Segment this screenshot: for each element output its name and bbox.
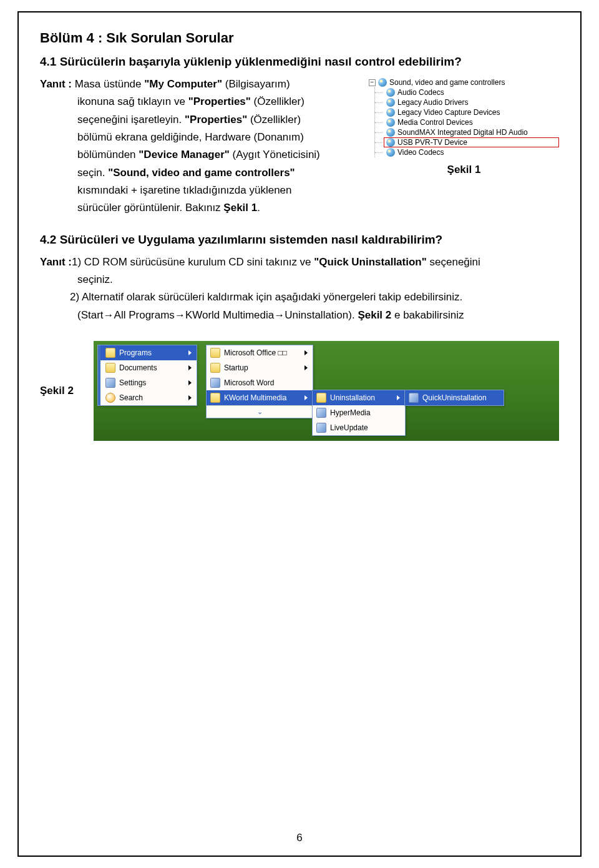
folder-icon	[210, 393, 220, 403]
page-number: 6	[19, 832, 580, 844]
text: Masa üstünde	[75, 78, 145, 90]
menu-item-kworld[interactable]: KWorld Multimedia	[207, 390, 313, 405]
device-icon	[386, 138, 395, 147]
chevron-down-icon: ⌄	[257, 408, 263, 416]
tree-item[interactable]: Media Control Devices	[384, 117, 559, 127]
app-icon	[210, 378, 220, 388]
app-icon	[316, 423, 326, 433]
menu-label: Microsoft Office □□	[224, 348, 287, 357]
tree-item[interactable]: USB PVR-TV Device	[384, 137, 559, 147]
menu-label: Microsoft Word	[224, 378, 274, 387]
menu-label: QuickUninstallation	[422, 393, 487, 402]
arrow-icon: →	[274, 309, 285, 321]
device-icon	[386, 148, 395, 157]
menu-item[interactable]: LiveUpdate	[313, 420, 405, 435]
section-title: Bölüm 4 : Sık Sorulan Sorular	[40, 30, 559, 46]
folder-icon	[105, 348, 115, 358]
tree-item-label: Legacy Video Capture Devices	[397, 108, 500, 117]
menu-label: Documents	[119, 363, 157, 372]
menu-label: Uninstallation	[330, 393, 375, 402]
answer-lead: Yanıt :	[40, 256, 72, 268]
text: "Sound, video and game controllers"	[108, 167, 295, 179]
submenu-arrow-icon	[304, 350, 308, 355]
menu-item[interactable]: HyperMedia	[313, 405, 405, 420]
submenu-arrow-icon	[188, 350, 192, 355]
device-category-icon	[378, 78, 387, 87]
app-icon	[409, 393, 419, 403]
uninstall-submenu: QuickUninstallation	[404, 390, 504, 406]
menu-item[interactable]: Microsoft Office □□	[207, 345, 313, 360]
device-icon	[386, 88, 395, 97]
question-1-title: 4.1 Sürücülerin başarıyla yüklenip yükle…	[40, 55, 559, 69]
text: kısmındaki + işaretine tıkladığınızda yü…	[40, 182, 356, 199]
tree-item[interactable]: Video Codecs	[384, 147, 559, 157]
menu-label: HyperMedia	[330, 408, 371, 417]
menu-item[interactable]: Microsoft Word	[207, 375, 313, 390]
menu-item-search[interactable]: Search	[98, 390, 197, 405]
menu-item-settings[interactable]: Settings	[98, 375, 197, 390]
text: All Programs	[114, 309, 175, 321]
text: Şekil 1	[223, 202, 257, 214]
submenu-arrow-icon	[304, 365, 308, 370]
arrow-icon: →	[104, 309, 114, 321]
tree-root[interactable]: − Sound, video and game controllers	[369, 77, 559, 87]
device-manager-tree: − Sound, video and game controllers Audi…	[369, 76, 559, 157]
text: bölümünden	[77, 149, 139, 160]
tree-root-label: Sound, video and game controllers	[389, 78, 505, 87]
text: sürücüler görüntülenir. Bakınız	[77, 202, 223, 214]
submenu-arrow-icon	[304, 395, 308, 400]
submenu-arrow-icon	[188, 395, 192, 400]
tree-item-label: USB PVR-TV Device	[397, 138, 467, 147]
device-icon	[386, 98, 395, 107]
menu-item[interactable]: Startup	[207, 360, 313, 375]
search-icon	[105, 393, 115, 403]
answer-lead: Yanıt :	[40, 78, 75, 90]
menu-item-uninstallation[interactable]: Uninstallation	[313, 390, 405, 405]
tree-item[interactable]: Legacy Video Capture Devices	[384, 107, 559, 117]
menu-item-programs[interactable]: Programs	[98, 345, 197, 360]
tree-item-label: Media Control Devices	[397, 118, 473, 127]
text: (Özellikler)	[251, 96, 304, 107]
kworld-submenu: Uninstallation HyperMedia LiveUpdate	[312, 390, 406, 436]
text: "Properties"	[188, 96, 251, 107]
expander-icon[interactable]: −	[369, 79, 376, 86]
text: bölümü ekrana geldiğinde, Hardware (Dona…	[40, 129, 356, 145]
folder-icon	[210, 348, 220, 358]
tree-item-label: SoundMAX Integrated Digital HD Audio	[397, 128, 528, 137]
menu-item-documents[interactable]: Documents	[98, 360, 197, 375]
tree-item[interactable]: Legacy Audio Drivers	[384, 97, 559, 107]
answer-1-text: Yanıt : Masa üstünde "My Computer" (Bilg…	[40, 76, 356, 218]
folder-icon	[316, 393, 326, 403]
text: (Aygıt Yöneticisini)	[230, 149, 320, 160]
settings-icon	[105, 378, 115, 388]
tree-item[interactable]: Audio Codecs	[384, 87, 559, 97]
device-icon	[386, 118, 395, 127]
figure-2-start-menu: Programs Documents Settings Search	[94, 341, 559, 441]
answer-2-text: Yanıt :1) CD ROM sürücüsüne kurulum CD s…	[40, 254, 559, 323]
text: 2) Alternatif olarak sürücüleri kaldırma…	[40, 289, 559, 305]
text: seçin.	[77, 167, 108, 179]
figure-2-caption: Şekil 2	[40, 385, 84, 397]
question-2-title: 4.2 Sürücüleri ve Uygulama yazılımlarını…	[40, 233, 559, 247]
submenu-arrow-icon	[188, 380, 192, 385]
tree-item[interactable]: SoundMAX Integrated Digital HD Audio	[384, 127, 559, 137]
text: seçeneğini işaretleyin.	[77, 114, 185, 126]
menu-expand-chevron[interactable]: ⌄	[207, 405, 313, 418]
start-menu-left-panel: Programs Documents Settings Search	[97, 345, 197, 406]
text: KWorld Multimedia	[185, 309, 274, 321]
text: 1) CD ROM sürücüsüne kurulum CD sini tak…	[72, 256, 314, 268]
menu-label: Settings	[119, 378, 146, 387]
text: Uninstallation).	[285, 309, 358, 321]
text: seçeneğini	[427, 256, 480, 268]
menu-label: Programs	[119, 348, 152, 357]
text: "My Computer"	[144, 78, 222, 90]
text: Şekil 2	[358, 309, 391, 321]
text: (Özellikler)	[247, 114, 301, 126]
menu-item-quickuninstall[interactable]: QuickUninstallation	[405, 390, 504, 405]
menu-label: Startup	[224, 363, 248, 372]
folder-icon	[105, 363, 115, 373]
text: e bakabilirsiniz	[391, 309, 464, 321]
text: (Start	[77, 309, 104, 321]
submenu-arrow-icon	[397, 395, 400, 400]
text: "Device Manager"	[139, 149, 230, 160]
